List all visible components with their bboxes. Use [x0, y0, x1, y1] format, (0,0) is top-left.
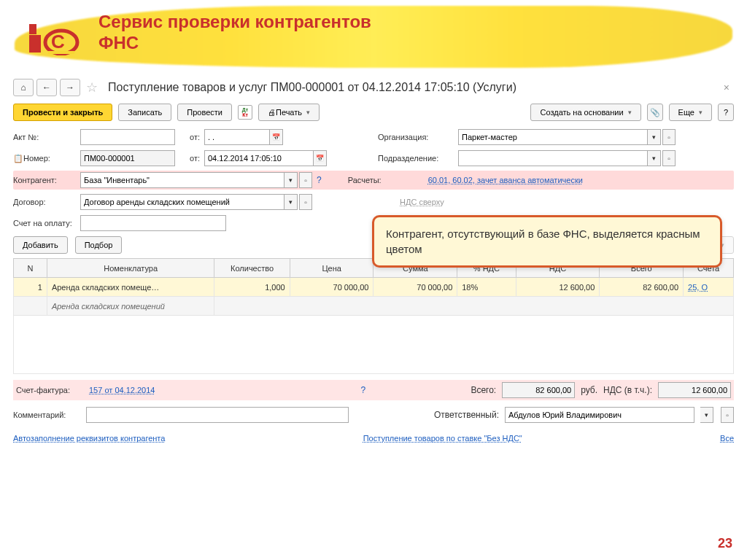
currency-label: руб. [581, 385, 597, 395]
number-input[interactable] [80, 150, 175, 166]
table-row[interactable]: 1 Аренда складских помеще… 1,000 70 000,… [14, 278, 734, 297]
division-dropdown[interactable]: ▾ [648, 150, 661, 166]
invoice-link[interactable]: 157 от 04.12.2014 [89, 386, 155, 394]
svg-rect-1 [29, 24, 36, 34]
org-input[interactable] [458, 129, 648, 145]
window-title: Поступление товаров и услуг ПМ00-000001 … [108, 81, 516, 94]
act-label: Акт №: [13, 133, 80, 141]
number-label: Номер: [23, 154, 80, 163]
total-label: Всего: [471, 385, 496, 395]
home-button[interactable]: ⌂ [13, 79, 34, 96]
calendar-icon: 📋 [13, 154, 23, 163]
counterparty-label: Контрагент: [13, 176, 80, 184]
close-button[interactable]: × [719, 82, 734, 93]
th-item[interactable]: Номенклатура [47, 259, 214, 278]
invoice-help[interactable]: ? [360, 385, 365, 395]
act-date-picker[interactable]: 📅 [270, 129, 283, 145]
table-subrow: Аренда складских помещений [14, 297, 734, 316]
date-label: от: [175, 154, 204, 163]
vat-footer-value [658, 382, 731, 398]
counterparty-help[interactable]: ? [317, 175, 322, 185]
svg-rect-0 [29, 35, 41, 52]
calc-link[interactable]: 60.01, 60.02, зачет аванса автоматически [428, 176, 583, 184]
counterparty-open[interactable]: ▫ [299, 172, 312, 188]
contract-input[interactable] [80, 194, 285, 210]
contract-label: Договор: [13, 198, 80, 206]
post-and-close-button[interactable]: Провести и закрыть [13, 104, 112, 121]
division-open[interactable]: ▫ [662, 150, 676, 166]
novattax-link[interactable]: Поступление товаров по ставке "Без НДС" [363, 434, 522, 443]
division-input[interactable] [458, 150, 648, 166]
all-link[interactable]: Все [720, 434, 734, 443]
logo-1c: С [29, 20, 82, 58]
comment-input[interactable] [86, 407, 349, 423]
counterparty-input[interactable] [80, 172, 285, 188]
date-input[interactable] [204, 150, 314, 166]
act-from-label: от: [175, 133, 204, 141]
responsible-label: Ответственный: [434, 410, 499, 420]
post-button[interactable]: Провести [177, 104, 232, 121]
autofill-link[interactable]: Автозаполнение реквизитов контрагента [13, 434, 165, 443]
org-dropdown[interactable]: ▾ [648, 129, 661, 145]
invoice-label: Счет-фактура: [16, 386, 83, 394]
th-qty[interactable]: Количество [214, 259, 290, 278]
more-button[interactable]: Еще [669, 104, 712, 121]
invoice-pay-label: Счет на оплату: [13, 219, 80, 228]
calc-label: Расчеты: [348, 176, 428, 184]
dtk-icon[interactable]: ДтКт [238, 105, 252, 120]
total-value [502, 382, 575, 398]
svg-text:С: С [51, 31, 65, 52]
slide-title: Сервис проверки контрагентов ФНС [98, 12, 371, 54]
responsible-input[interactable] [505, 407, 694, 423]
create-based-button[interactable]: Создать на основании [530, 104, 640, 121]
annotation-callout: Контрагент, отсутствующий в базе ФНС, вы… [372, 215, 722, 268]
favorite-icon[interactable]: ☆ [86, 79, 98, 96]
help-button[interactable]: ? [718, 104, 734, 121]
invoice-pay-input[interactable] [80, 215, 226, 231]
accounts-link[interactable]: 25, О [688, 283, 708, 292]
attach-button[interactable]: 📎 [647, 104, 663, 121]
responsible-open[interactable]: ▫ [721, 407, 734, 423]
contract-open[interactable]: ▫ [299, 194, 312, 210]
items-table: N Номенклатура Количество Цена Сумма % Н… [13, 258, 734, 374]
forward-button[interactable]: → [60, 79, 80, 96]
add-row-button[interactable]: Добавить [13, 236, 68, 254]
page-number: 23 [718, 536, 732, 551]
pick-button[interactable]: Подбор [75, 236, 123, 254]
save-button[interactable]: Записать [118, 104, 171, 121]
comment-label: Комментарий: [13, 411, 80, 419]
back-button[interactable]: ← [36, 79, 57, 96]
print-button[interactable]: 🖨 Печать [258, 104, 320, 121]
org-open[interactable]: ▫ [662, 129, 676, 145]
vat-footer-label: НДС (в т.ч.): [603, 385, 652, 395]
th-price[interactable]: Цена [290, 259, 374, 278]
date-picker[interactable]: 📅 [314, 150, 327, 166]
vat-mode-link[interactable]: НДС сверху [400, 198, 444, 206]
responsible-dropdown[interactable]: ▾ [700, 407, 713, 423]
act-date-input[interactable] [204, 129, 270, 145]
contract-dropdown[interactable]: ▾ [285, 194, 298, 210]
act-input[interactable] [80, 129, 175, 145]
division-label: Подразделение: [378, 154, 458, 163]
counterparty-dropdown[interactable]: ▾ [285, 172, 298, 188]
th-n[interactable]: N [14, 259, 47, 278]
org-label: Организация: [378, 133, 458, 141]
